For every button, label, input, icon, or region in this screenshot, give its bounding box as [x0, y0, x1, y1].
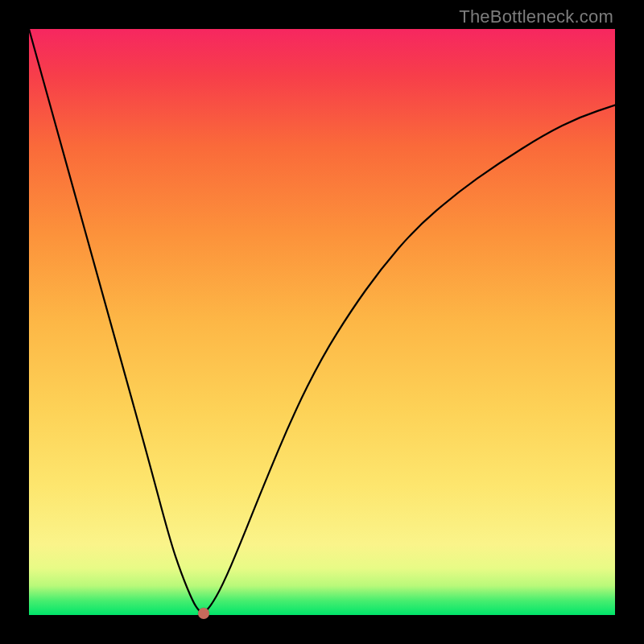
curve-svg	[29, 29, 615, 615]
chart-frame: TheBottleneck.com	[0, 0, 644, 644]
watermark-text: TheBottleneck.com	[459, 6, 613, 27]
plot-area	[29, 29, 615, 615]
bottleneck-curve	[29, 29, 615, 613]
optimal-point-marker	[198, 608, 209, 619]
